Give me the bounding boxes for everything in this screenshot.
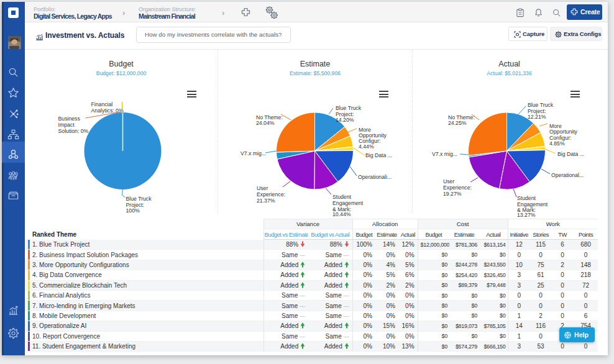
svg-text:Experience:: Experience: (443, 184, 472, 191)
svg-text:Engagement: Engagement (332, 200, 364, 206)
svg-text:100%: 100% (126, 207, 140, 214)
svg-text:Blue Truck: Blue Truck (528, 102, 554, 108)
svg-text:V7.x mig...: V7.x mig... (432, 151, 457, 157)
svg-text:19.27%: 19.27% (443, 191, 462, 197)
svg-text:Student: Student (332, 194, 352, 200)
svg-text:User: User (443, 178, 454, 184)
svg-text:Operationali...: Operationali... (358, 174, 392, 180)
svg-text:Impact: Impact (58, 122, 75, 128)
svg-text:21.37%: 21.37% (257, 198, 275, 204)
svg-text:V7.x mig...: V7.x mig... (241, 150, 266, 157)
svg-text:13.27%: 13.27% (517, 212, 536, 218)
svg-text:Operational...: Operational... (551, 172, 584, 178)
svg-text:Big Data ...: Big Data ... (557, 151, 584, 157)
svg-text:Analytics: 0%: Analytics: 0% (91, 107, 124, 114)
svg-text:10.44%: 10.44% (332, 211, 351, 217)
svg-text:Experience:: Experience: (257, 191, 285, 198)
svg-text:Opportunity: Opportunity (549, 129, 578, 135)
svg-text:12.21%: 12.21% (528, 114, 546, 120)
svg-text:4.44%: 4.44% (359, 143, 374, 150)
svg-text:24.25%: 24.25% (448, 120, 467, 126)
svg-text:Blue Truck: Blue Truck (336, 105, 362, 111)
svg-text:User: User (257, 185, 268, 191)
svg-text:Student: Student (517, 195, 536, 201)
svg-text:Blue Truck: Blue Truck (126, 196, 152, 202)
svg-text:24.04%: 24.04% (256, 120, 275, 126)
svg-text:Solution: 0%: Solution: 0% (58, 128, 89, 134)
svg-text:Big Data ...: Big Data ... (365, 152, 392, 158)
svg-text:Financial: Financial (91, 101, 113, 107)
svg-text:14.20%: 14.20% (336, 117, 354, 123)
svg-text:4.85%: 4.85% (549, 140, 565, 147)
svg-text:Business: Business (58, 116, 81, 122)
